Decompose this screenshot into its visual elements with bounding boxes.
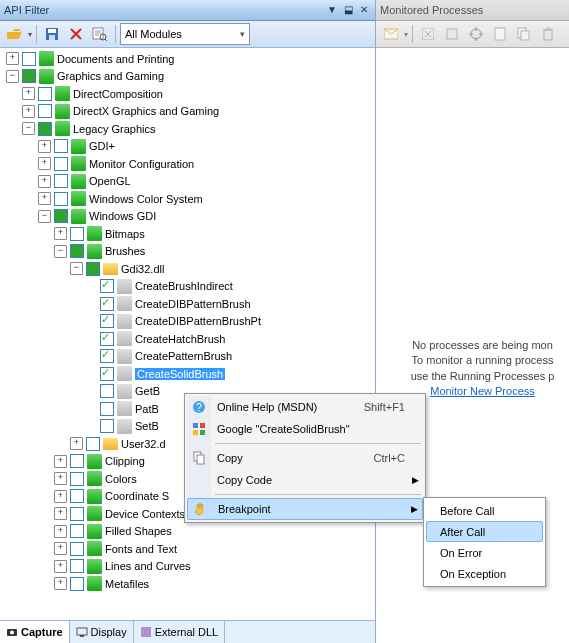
tree-item[interactable]: +Bitmaps <box>54 225 375 243</box>
checkbox-checked[interactable] <box>100 314 114 328</box>
svg-text:?: ? <box>196 402 202 413</box>
svg-rect-20 <box>193 423 198 428</box>
book-icon <box>71 209 86 224</box>
monitor-new-process-link[interactable]: Monitor New Process <box>430 385 535 397</box>
pin-icon[interactable]: ⬓ <box>341 3 355 17</box>
checkbox-filled[interactable] <box>86 262 100 276</box>
api-tree[interactable]: + Documents and Printing − Graphics and … <box>0 48 375 620</box>
tree-item[interactable]: +Monitor Configuration <box>38 155 375 173</box>
menu-copy[interactable]: Copy Ctrl+C <box>187 447 423 469</box>
checkbox-filled[interactable] <box>70 244 84 258</box>
dropdown-icon[interactable]: ▼ <box>325 3 339 17</box>
open-button[interactable] <box>4 23 26 45</box>
checkbox-checked[interactable] <box>100 332 114 346</box>
dll-icon <box>140 626 152 638</box>
collapse-icon[interactable]: − <box>22 122 35 135</box>
svg-rect-25 <box>197 455 204 464</box>
folder-open-icon <box>7 27 23 41</box>
trash-button[interactable] <box>537 23 559 45</box>
tree-item[interactable]: +Fonts and Text <box>54 540 375 558</box>
stop-button[interactable] <box>417 23 439 45</box>
tree-item[interactable]: −Legacy Graphics <box>22 120 375 138</box>
target-button[interactable] <box>465 23 487 45</box>
collapse-icon[interactable]: − <box>38 210 51 223</box>
tree-item[interactable]: +Lines and Curves <box>54 558 375 576</box>
panel-title: API Filter <box>4 4 49 16</box>
tree-item[interactable]: − Graphics and Gaming <box>6 68 375 86</box>
tree-item-selected[interactable]: CreateSolidBrush <box>86 365 375 383</box>
tree-item[interactable]: +GDI+ <box>38 138 375 156</box>
book-icon <box>87 244 102 259</box>
expand-button[interactable] <box>441 23 463 45</box>
svg-rect-17 <box>544 30 552 40</box>
tree-item[interactable]: −Brushes <box>54 243 375 261</box>
expand-icon[interactable]: + <box>6 52 19 65</box>
checkbox-filled[interactable] <box>22 69 36 83</box>
submenu-on-error[interactable]: On Error <box>426 542 543 563</box>
svg-rect-16 <box>521 31 529 40</box>
svg-point-6 <box>10 631 14 635</box>
copy-button[interactable] <box>513 23 535 45</box>
checkbox-checked[interactable] <box>100 279 114 293</box>
tree-item[interactable]: CreatePatternBrush <box>86 348 375 366</box>
tab-external-dll[interactable]: External DLL <box>134 621 226 643</box>
svg-rect-22 <box>193 430 198 435</box>
tab-capture[interactable]: Capture <box>0 621 70 643</box>
tree-item[interactable]: +Metafiles <box>54 575 375 593</box>
bottom-tabstrip: Capture Display External DLL <box>0 620 375 643</box>
checkbox-checked[interactable] <box>100 297 114 311</box>
function-icon <box>117 419 132 434</box>
tree-item[interactable]: + Documents and Printing <box>6 50 375 68</box>
checkbox-checked[interactable] <box>100 349 114 363</box>
tree-item[interactable]: +DirectComposition <box>22 85 375 103</box>
tree-item[interactable]: +OpenGL <box>38 173 375 191</box>
breakpoint-submenu: Before Call After Call On Error On Excep… <box>423 497 546 587</box>
menu-breakpoint[interactable]: Breakpoint ▶ <box>187 498 423 520</box>
context-menu: ? Online Help (MSDN) Shift+F1 Google "Cr… <box>184 393 426 523</box>
display-icon <box>76 626 88 638</box>
tree-item[interactable]: −Windows GDI <box>38 208 375 226</box>
book-icon <box>87 576 102 591</box>
tree-item[interactable]: −Gdi32.dll <box>70 260 375 278</box>
delete-button[interactable] <box>65 23 87 45</box>
tree-item[interactable]: +Windows Color System <box>38 190 375 208</box>
x-icon <box>69 27 83 41</box>
close-icon[interactable]: ✕ <box>357 3 371 17</box>
modules-combo[interactable]: All Modules ▾ <box>120 23 250 45</box>
book-icon <box>39 69 54 84</box>
tree-item[interactable]: CreateDIBPatternBrushPt <box>86 313 375 331</box>
tab-display[interactable]: Display <box>70 621 134 643</box>
checkbox[interactable] <box>22 52 36 66</box>
api-filter-toolbar: ▾ All Modules ▾ <box>0 21 375 48</box>
tree-item[interactable]: +DirectX Graphics and Gaming <box>22 103 375 121</box>
menu-online-help[interactable]: ? Online Help (MSDN) Shift+F1 <box>187 396 423 418</box>
book-icon <box>71 174 86 189</box>
doc-button[interactable] <box>489 23 511 45</box>
modules-combo-value: All Modules <box>125 28 182 40</box>
collapse-icon[interactable]: − <box>70 262 83 275</box>
menu-google[interactable]: Google "CreateSolidBrush" <box>187 418 423 440</box>
menu-copy-code[interactable]: Copy Code ▶ <box>187 469 423 491</box>
tree-item[interactable]: CreateDIBPatternBrush <box>86 295 375 313</box>
checkbox-checked[interactable] <box>100 367 114 381</box>
save-button[interactable] <box>41 23 63 45</box>
find-text-button[interactable] <box>89 23 111 45</box>
submenu-on-exception[interactable]: On Exception <box>426 563 543 584</box>
collapse-icon[interactable]: − <box>6 70 19 83</box>
checkbox-filled[interactable] <box>38 122 52 136</box>
tree-item[interactable]: CreateHatchBrush <box>86 330 375 348</box>
mail-button[interactable] <box>380 23 402 45</box>
checkbox-filled[interactable] <box>54 209 68 223</box>
tree-item[interactable]: +Filled Shapes <box>54 523 375 541</box>
crosshair-icon <box>469 27 483 41</box>
book-icon <box>71 156 86 171</box>
submenu-before-call[interactable]: Before Call <box>426 500 543 521</box>
google-icon <box>191 421 207 437</box>
book-icon <box>71 191 86 206</box>
collapse-icon[interactable]: − <box>54 245 67 258</box>
book-icon <box>87 541 102 556</box>
svg-rect-21 <box>200 423 205 428</box>
tree-item[interactable]: CreateBrushIndirect <box>86 278 375 296</box>
submenu-after-call[interactable]: After Call <box>426 521 543 542</box>
submenu-arrow-icon: ▶ <box>411 504 418 514</box>
